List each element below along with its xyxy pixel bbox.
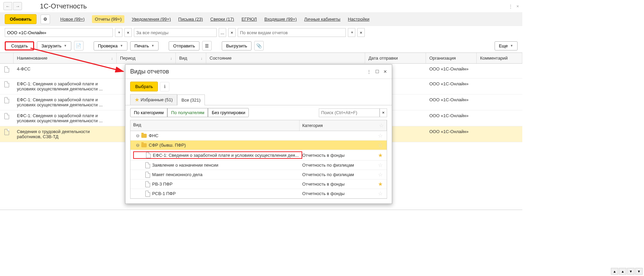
toolbar-tab[interactable]: Уведомления (99+) bbox=[132, 15, 171, 23]
th-org[interactable]: Организация bbox=[426, 53, 477, 63]
tree-folder[interactable]: ⊖ФНС ☆ bbox=[130, 131, 387, 141]
dialog-close-icon[interactable]: ✕ bbox=[383, 69, 387, 74]
org-filter-input[interactable] bbox=[5, 28, 113, 37]
tree-col-category[interactable]: Категория☆ bbox=[300, 120, 387, 131]
star-icon[interactable]: ☆ bbox=[378, 142, 383, 148]
type-filter-clear[interactable]: × bbox=[357, 28, 365, 37]
load-button[interactable]: Загрузить▼ bbox=[37, 41, 71, 50]
info-icon-button[interactable]: ℹ bbox=[160, 82, 169, 91]
menu-dots-icon[interactable]: ⋮ bbox=[508, 4, 513, 9]
check-button[interactable]: Проверка▼ bbox=[94, 41, 127, 50]
tree-label: ФНС bbox=[149, 133, 159, 138]
toolbar-tab[interactable]: Новое (99+) bbox=[60, 15, 85, 23]
tree-label: РВ-3 ПФР bbox=[152, 182, 172, 187]
cell-name: ЕФС-1: Сведения о заработной плате и усл… bbox=[14, 110, 117, 126]
page-title: 1С-Отчетность bbox=[40, 2, 87, 10]
tab-favorites[interactable]: ★Избранные (51) bbox=[130, 94, 177, 105]
period-filter-more[interactable]: ... bbox=[219, 28, 226, 37]
document-icon bbox=[145, 181, 150, 187]
period-filter-clear[interactable]: × bbox=[228, 28, 236, 37]
print-button[interactable]: Печать▼ bbox=[130, 41, 159, 50]
th-comment[interactable]: Комментарий bbox=[477, 53, 522, 63]
cell-org: ООО «1С-Онлайн» bbox=[426, 64, 477, 74]
tree-item[interactable]: Заявление о назначении пенсии Отчетность… bbox=[130, 161, 387, 170]
th-name[interactable]: Наименование↓ bbox=[14, 53, 117, 63]
select-button[interactable]: Выбрать bbox=[130, 82, 158, 91]
document-icon bbox=[145, 172, 150, 178]
nav-back-button[interactable]: ← bbox=[3, 2, 12, 10]
group-by-recipient[interactable]: По получателям bbox=[167, 108, 208, 117]
star-icon[interactable]: ★ bbox=[378, 152, 383, 158]
search-input[interactable] bbox=[319, 108, 380, 117]
org-filter-dropdown[interactable]: ▼ bbox=[115, 28, 122, 37]
toolbar-tab[interactable]: Входящие (99+) bbox=[264, 15, 297, 23]
refresh-button[interactable]: Обновить bbox=[5, 14, 37, 24]
file-icon-button[interactable]: 📄 bbox=[74, 41, 84, 50]
toolbar-tab[interactable]: Письма (23) bbox=[178, 15, 203, 23]
list-icon-button[interactable]: ☰ bbox=[202, 41, 212, 50]
dialog-title: Виды отчетов bbox=[130, 68, 169, 75]
type-filter-dropdown[interactable]: ▼ bbox=[348, 28, 355, 37]
tree-category: Отчетность в фонды bbox=[302, 191, 344, 196]
period-filter-input[interactable] bbox=[134, 28, 217, 37]
th-date[interactable]: Дата отправки bbox=[365, 53, 426, 63]
close-icon[interactable]: × bbox=[516, 4, 519, 9]
th-icon[interactable] bbox=[0, 53, 14, 63]
group-none[interactable]: Без группировки bbox=[208, 108, 249, 117]
folder-icon bbox=[141, 134, 147, 138]
tree-item[interactable]: ЕФС-1: Сведения о заработной плате и усл… bbox=[130, 150, 387, 161]
dialog-maximize-icon[interactable]: ☐ bbox=[375, 69, 379, 74]
create-button[interactable]: Создать bbox=[5, 41, 34, 50]
tree-label: ЕФС-1: Сведения о заработной плате и усл… bbox=[153, 153, 299, 158]
export-button[interactable]: Выгрузить bbox=[222, 41, 252, 50]
expand-icon[interactable]: ⊖ bbox=[136, 143, 139, 148]
tree-label: СФР (бывш. ПФР) bbox=[149, 143, 186, 148]
th-state[interactable]: Состояние bbox=[206, 53, 365, 63]
th-period[interactable]: Период↓ bbox=[117, 53, 176, 63]
cell-org: ООО «1С-Онлайн» bbox=[426, 126, 477, 137]
toolbar-tab[interactable]: Настройки bbox=[348, 15, 369, 23]
tree-col-type[interactable]: Вид bbox=[130, 120, 300, 131]
document-icon bbox=[145, 162, 150, 168]
document-icon bbox=[145, 191, 150, 197]
tree-category: Отчетность в фонды bbox=[302, 153, 344, 158]
expand-icon[interactable]: ⊖ bbox=[136, 133, 139, 138]
dialog-menu-icon[interactable]: ⋮ bbox=[367, 69, 371, 74]
search-clear[interactable]: × bbox=[380, 108, 387, 117]
toolbar-tab[interactable]: Личные кабинеты bbox=[304, 15, 340, 23]
title-bar: ← → 1С-Отчетность ⋮ × bbox=[0, 0, 522, 12]
filter-bar: ▼ × ... × ▼ × bbox=[0, 26, 522, 39]
cell-org: ООО «1С-Онлайн» bbox=[426, 79, 477, 89]
cell-org: ООО «1С-Онлайн» bbox=[426, 94, 477, 105]
star-icon[interactable]: ★ bbox=[378, 181, 383, 187]
send-button[interactable]: Отправить bbox=[169, 41, 199, 50]
toolbar-tab[interactable]: ЕГРЮЛ bbox=[241, 15, 257, 23]
toolbar-tab[interactable]: Сверки (17) bbox=[210, 15, 234, 23]
tree-item[interactable]: РСВ-1 ПФР Отчетность в фонды☆ bbox=[130, 189, 387, 198]
tree-folder[interactable]: ⊖СФР (бывш. ПФР) ☆ bbox=[130, 141, 387, 150]
type-filter-input[interactable] bbox=[238, 28, 346, 37]
nav-forward-button[interactable]: → bbox=[13, 2, 22, 10]
tree-category: Отчетность в фонды bbox=[302, 182, 344, 187]
cell-org: ООО «1С-Онлайн» bbox=[426, 110, 477, 121]
star-icon[interactable]: ☆ bbox=[378, 132, 383, 139]
toolbar-tab[interactable]: Отчеты (99+) bbox=[92, 15, 124, 23]
group-by-category[interactable]: По категориям bbox=[130, 108, 167, 117]
tree-label: РСВ-1 ПФР bbox=[152, 191, 176, 196]
org-filter-clear[interactable]: × bbox=[124, 28, 132, 37]
star-icon[interactable]: ☆ bbox=[378, 171, 383, 178]
cell-name: ЕФС-1: Сведения о заработной плате и усл… bbox=[14, 94, 117, 110]
table-header: Наименование↓ Период↓ Вид↓ Состояние Дат… bbox=[0, 52, 522, 64]
more-button[interactable]: Еще▼ bbox=[495, 41, 518, 50]
action-bar: Создать Загрузить▼ 📄 Проверка▼ Печать▼ О… bbox=[0, 39, 522, 52]
tree-label: Заявление о назначении пенсии bbox=[152, 163, 218, 168]
document-icon bbox=[4, 81, 9, 87]
tree-item[interactable]: РВ-3 ПФР Отчетность в фонды★ bbox=[130, 179, 387, 189]
th-type[interactable]: Вид↓ bbox=[176, 53, 206, 63]
tree-item[interactable]: Макет пенсионного дела Отчетность по физ… bbox=[130, 170, 387, 179]
star-icon[interactable]: ☆ bbox=[378, 162, 383, 168]
settings-button[interactable]: ⚙ bbox=[41, 15, 50, 24]
attach-icon-button[interactable]: 📎 bbox=[254, 41, 264, 50]
star-icon[interactable]: ☆ bbox=[378, 190, 383, 197]
tab-all[interactable]: Все (321) bbox=[177, 94, 205, 105]
